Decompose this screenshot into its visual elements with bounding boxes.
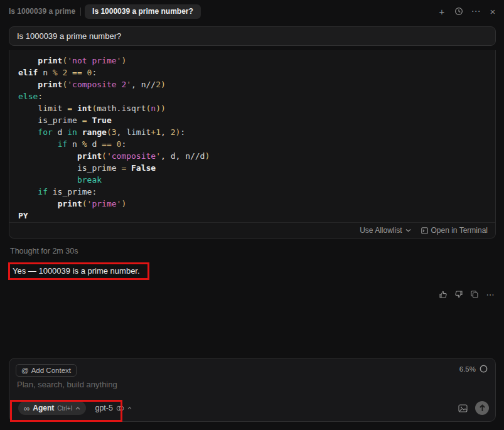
model-name: gpt-5 bbox=[95, 404, 113, 412]
code-line: elif n % 2 == 0: bbox=[18, 67, 486, 78]
composer[interactable]: @ Add Context 6.5% Plan, search, build a… bbox=[9, 358, 496, 422]
agent-mode-dropdown[interactable]: ∞ Agent Ctrl+I bbox=[18, 401, 86, 415]
open-in-terminal-label: Open in Terminal bbox=[431, 226, 488, 235]
model-icon bbox=[116, 405, 124, 412]
history-button[interactable] bbox=[453, 5, 465, 18]
code-block: print('not prime')elif n % 2 == 0: print… bbox=[9, 50, 496, 239]
model-dropdown[interactable]: gpt-5 bbox=[95, 404, 132, 412]
user-message[interactable]: Is 1000039 a prime number? bbox=[9, 26, 496, 46]
top-bar-actions: + ⋯ × bbox=[436, 0, 499, 23]
send-button[interactable] bbox=[475, 401, 489, 415]
more-options-button[interactable]: ⋯ bbox=[469, 5, 482, 18]
code-block-footer: Use Allowlist Open in Terminal bbox=[9, 222, 495, 238]
thought-duration[interactable]: Thought for 2m 30s bbox=[10, 247, 78, 255]
thumbs-up-icon bbox=[439, 290, 448, 299]
ellipsis-icon: ⋯ bbox=[486, 290, 495, 299]
code-line: if is_prime: bbox=[18, 186, 486, 198]
close-icon: × bbox=[490, 6, 496, 17]
code-line: else: bbox=[18, 90, 486, 102]
chevron-down-icon bbox=[405, 228, 411, 232]
code-line: print('prime') bbox=[18, 198, 486, 210]
message-actions: ⋯ bbox=[438, 289, 495, 299]
new-chat-button[interactable]: + bbox=[436, 5, 448, 18]
code-line: limit = int(math.isqrt(n)) bbox=[18, 102, 486, 114]
code-line: is_prime = False bbox=[18, 162, 486, 174]
code-line: is_prime = True bbox=[18, 114, 486, 126]
thumbs-down-icon bbox=[454, 290, 463, 299]
at-icon: @ bbox=[21, 367, 29, 374]
plus-icon: + bbox=[439, 6, 445, 17]
code-line: for d in range(3, limit+1, 2): bbox=[18, 126, 486, 138]
thumbs-down-button[interactable] bbox=[454, 289, 464, 299]
attach-image-button[interactable] bbox=[456, 402, 469, 414]
more-actions-button[interactable]: ⋯ bbox=[485, 289, 495, 299]
top-bar: Is 1000039 a prime Is 1000039 a prime nu… bbox=[0, 0, 504, 23]
thumbs-up-button[interactable] bbox=[438, 289, 448, 299]
code-content[interactable]: print('not prime')elif n % 2 == 0: print… bbox=[9, 50, 495, 222]
open-in-terminal-button[interactable]: Open in Terminal bbox=[421, 226, 488, 235]
context-usage[interactable]: 6.5% bbox=[459, 365, 488, 373]
history-clock-icon bbox=[454, 7, 463, 16]
terminal-icon bbox=[421, 227, 428, 234]
use-allowlist-label: Use Allowlist bbox=[360, 226, 402, 235]
close-panel-button[interactable]: × bbox=[486, 5, 499, 18]
copy-button[interactable] bbox=[469, 289, 480, 299]
add-context-button[interactable]: @ Add Context bbox=[16, 364, 77, 377]
code-line: break bbox=[18, 174, 486, 186]
agent-shortcut: Ctrl+I bbox=[57, 405, 72, 412]
image-icon bbox=[458, 404, 468, 412]
context-usage-percent: 6.5% bbox=[459, 365, 476, 373]
code-line: if n % d == 0: bbox=[18, 138, 486, 150]
arrow-up-icon bbox=[479, 404, 486, 412]
code-line: print('composite 2', n//2) bbox=[18, 78, 486, 90]
composer-placeholder[interactable]: Plan, search, build anything bbox=[17, 380, 117, 389]
chat-panel: Is 1000039 a prime Is 1000039 a prime nu… bbox=[0, 0, 504, 430]
tab-divider bbox=[80, 8, 81, 16]
usage-ring-icon bbox=[480, 365, 488, 373]
user-message-text: Is 1000039 a prime number? bbox=[17, 31, 121, 41]
code-line: PY bbox=[18, 210, 486, 222]
copy-icon bbox=[470, 290, 479, 299]
tab-current-chat[interactable]: Is 1000039 a prime number? bbox=[85, 4, 201, 19]
assistant-answer: Yes — 1000039 is a prime number. bbox=[13, 266, 140, 276]
code-line: print('not prime') bbox=[18, 55, 486, 67]
chevron-up-icon bbox=[75, 407, 80, 410]
add-context-label: Add Context bbox=[31, 367, 71, 374]
tab-previous-chat[interactable]: Is 1000039 a prime bbox=[9, 7, 75, 16]
infinity-icon: ∞ bbox=[24, 404, 29, 412]
use-allowlist-dropdown[interactable]: Use Allowlist bbox=[360, 226, 410, 235]
chevron-up-icon bbox=[127, 407, 132, 409]
agent-mode-label: Agent bbox=[33, 404, 54, 412]
composer-toolbar: ∞ Agent Ctrl+I gpt-5 bbox=[14, 400, 489, 416]
code-line: print('composite', d, n//d) bbox=[18, 150, 486, 162]
ellipsis-icon: ⋯ bbox=[471, 6, 481, 17]
